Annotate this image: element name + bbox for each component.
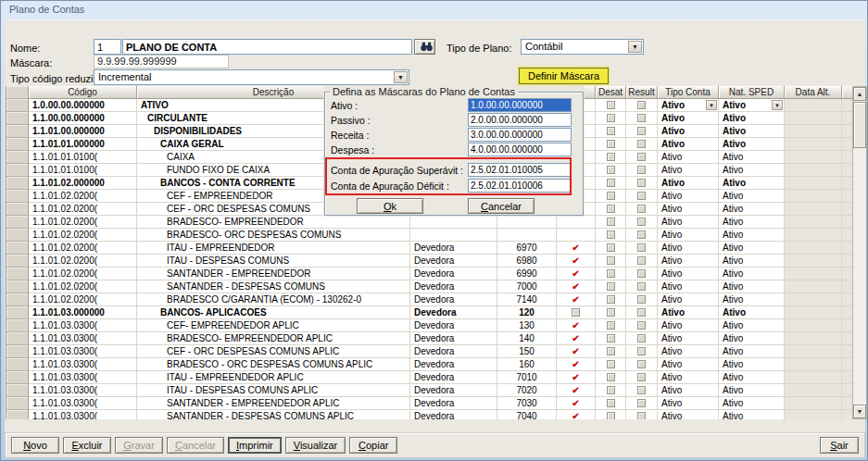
sair-button[interactable]: Sair	[820, 437, 859, 454]
checkbox-icon[interactable]	[607, 321, 615, 330]
row-selector[interactable]	[6, 242, 29, 255]
checkbox-icon[interactable]	[607, 218, 615, 226]
definir-mascara-button[interactable]: Definir Máscara	[519, 68, 609, 84]
checkbox-icon[interactable]	[607, 386, 615, 394]
row-selector[interactable]	[6, 268, 29, 280]
table-row[interactable]: 1.1.01.02.0200(BRADESCO- ORC DESPESAS CO…	[6, 229, 852, 242]
checkbox-icon[interactable]	[637, 360, 646, 368]
checkbox-icon[interactable]	[607, 308, 615, 317]
cancelar-button[interactable]: Cancelar	[167, 437, 224, 454]
checkbox-icon[interactable]	[607, 205, 615, 213]
table-row[interactable]: 1.1.01.02.0200(BRADESCO C/GARANTIA (ECOM…	[6, 293, 852, 306]
checkbox-icon[interactable]	[637, 308, 646, 317]
checkbox-icon[interactable]	[637, 114, 646, 122]
checkbox-icon[interactable]	[607, 399, 615, 407]
checkbox-icon[interactable]	[637, 347, 646, 355]
checkbox-icon[interactable]	[607, 192, 615, 200]
row-selector[interactable]	[6, 293, 29, 306]
row-selector[interactable]	[6, 190, 29, 203]
checkbox-icon[interactable]	[637, 386, 646, 394]
checkbox-icon[interactable]	[637, 127, 646, 135]
mask-field-receita-input[interactable]	[468, 128, 572, 142]
table-row[interactable]: 1.1.01.03.0300(SANTANDER - EMPREENDEDOR …	[6, 397, 852, 410]
mask-field-apuracao-deficit-input[interactable]	[468, 179, 572, 193]
checkbox-icon[interactable]	[637, 205, 646, 213]
column-header-tipo[interactable]: Tipo Conta	[658, 86, 719, 99]
column-header-data_alt[interactable]: Data Alt.	[785, 86, 842, 99]
gravar-button[interactable]: Gravar	[115, 437, 163, 454]
table-row[interactable]: 1.1.01.02.0200(SANTANDER - EMPREENDEDORD…	[6, 268, 852, 280]
column-header-sped[interactable]: Nat. SPED	[719, 86, 785, 99]
checkbox-icon[interactable]	[637, 269, 646, 278]
checkbox-icon[interactable]	[637, 256, 646, 265]
table-row[interactable]: 1.1.01.03.0300(BRADESCO- EMPREENDEDOR AP…	[6, 332, 852, 345]
novo-button[interactable]: Novo	[11, 437, 59, 454]
checkbox-icon[interactable]	[607, 140, 615, 148]
checkbox-icon[interactable]	[637, 218, 646, 226]
row-selector[interactable]	[6, 177, 29, 190]
row-selector[interactable]	[6, 112, 29, 125]
checkbox-icon[interactable]	[637, 101, 646, 109]
row-selector[interactable]	[6, 319, 29, 332]
checkbox-icon[interactable]	[607, 127, 615, 135]
vertical-scrollbar[interactable]: ▲ ▼	[852, 86, 867, 419]
table-row[interactable]: 1.1.01.03.0300(ITAU - DESPESAS COMUNS AP…	[6, 384, 852, 397]
table-row[interactable]: 1.1.01.02.0200(ITAU - EMPREENDEDORDevedo…	[6, 242, 852, 255]
table-row[interactable]: 1.1.01.02.0200(ITAU - DESPESAS COMUNSDev…	[6, 255, 852, 268]
checkbox-icon[interactable]	[637, 412, 646, 419]
row-selector[interactable]	[6, 138, 29, 151]
row-selector[interactable]	[6, 332, 29, 345]
chevron-down-icon[interactable]: ▼	[628, 41, 642, 53]
checkbox-icon[interactable]	[637, 334, 646, 343]
row-selector[interactable]	[6, 216, 29, 229]
row-selector[interactable]	[6, 345, 29, 358]
chevron-down-icon[interactable]: ▼	[772, 100, 783, 110]
column-header-desat[interactable]: Desat	[596, 86, 626, 99]
row-selector[interactable]	[6, 203, 29, 216]
row-selector[interactable]	[6, 125, 29, 138]
nome-numero-field[interactable]	[94, 39, 121, 55]
row-selector[interactable]	[6, 151, 29, 164]
checkbox-icon[interactable]	[637, 192, 646, 200]
scroll-up-button[interactable]: ▲	[853, 87, 866, 101]
checkbox-icon[interactable]	[607, 101, 615, 109]
checkbox-icon[interactable]	[607, 153, 615, 161]
checkbox-icon[interactable]	[637, 153, 646, 161]
scrollbar-thumb[interactable]	[853, 102, 866, 148]
checkbox-icon[interactable]	[607, 114, 615, 122]
column-header-sel[interactable]	[6, 86, 29, 99]
row-selector[interactable]	[6, 280, 29, 293]
mask-field-passivo-input[interactable]	[468, 113, 572, 127]
ok-button[interactable]: Ok	[357, 198, 423, 214]
nome-field[interactable]	[122, 39, 412, 55]
row-selector[interactable]	[6, 99, 29, 112]
row-selector[interactable]	[6, 255, 29, 268]
table-row[interactable]: 1.1.01.03.0300(SANTANDER - DESPESAS COMU…	[6, 410, 852, 419]
binoculars-search-button[interactable]	[414, 39, 435, 55]
mask-field-despesa-input[interactable]	[468, 143, 572, 156]
checkbox-icon[interactable]	[637, 321, 646, 330]
checkbox-icon[interactable]	[607, 360, 615, 368]
column-header-filler[interactable]	[842, 86, 852, 99]
mascara-field[interactable]: 9.9.99.99.999999	[94, 55, 229, 69]
checkbox-icon[interactable]	[607, 269, 615, 278]
row-selector[interactable]	[6, 384, 29, 397]
column-header-result[interactable]: Result	[626, 86, 658, 99]
mask-field-ativo-input[interactable]	[468, 98, 572, 112]
row-selector[interactable]	[6, 164, 29, 177]
checkbox-icon[interactable]	[637, 399, 646, 407]
chevron-down-icon[interactable]: ▼	[394, 71, 408, 83]
checkbox-icon[interactable]	[607, 295, 615, 304]
cancel-button[interactable]: Cancelar	[468, 198, 535, 214]
checkbox-icon[interactable]	[607, 282, 615, 291]
checkbox-icon[interactable]	[607, 230, 615, 239]
checkbox-icon[interactable]	[607, 347, 615, 355]
table-row[interactable]: 1.1.01.02.0200(BRADESCO- EMPREENDEDORAti…	[6, 216, 852, 229]
checkbox-icon[interactable]	[607, 243, 615, 252]
visualizar-button[interactable]: Visualizar	[285, 437, 346, 454]
tipo-plano-select[interactable]: Contábil ▼	[521, 39, 644, 55]
checkbox-icon[interactable]	[637, 179, 646, 187]
excluir-button[interactable]: Excluir	[63, 437, 111, 454]
row-selector[interactable]	[6, 397, 29, 410]
checkbox-icon[interactable]	[607, 256, 615, 265]
